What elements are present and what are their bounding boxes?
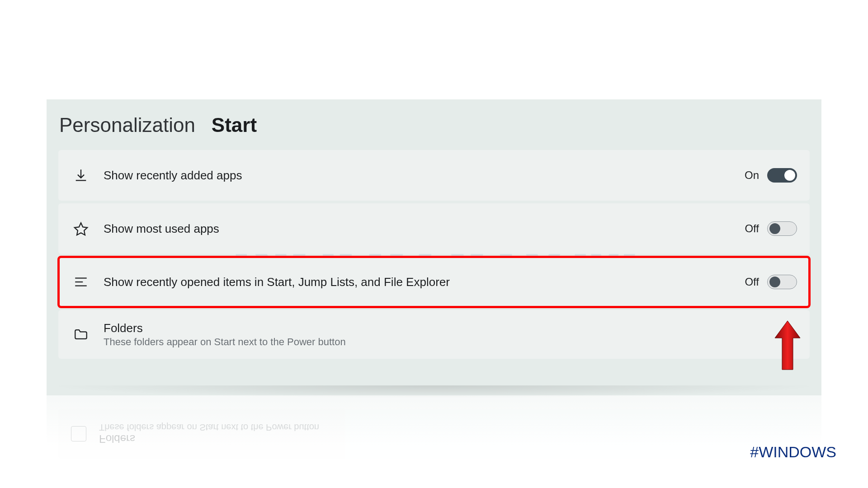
hashtag-label: #WINDOWS bbox=[750, 443, 836, 461]
setting-label: Show recently opened items in Start, Jum… bbox=[104, 275, 745, 289]
reflection-decoration: Folders These folders appear on Start ne… bbox=[47, 395, 821, 468]
toggle-recent-items[interactable] bbox=[767, 275, 797, 289]
toggle-most-used[interactable] bbox=[767, 221, 797, 236]
folder-icon bbox=[71, 324, 91, 344]
folders-subtitle: These folders appear on Start next to th… bbox=[104, 336, 784, 348]
toggle-state-text: Off bbox=[745, 222, 759, 235]
setting-label: Show most used apps bbox=[104, 222, 745, 236]
setting-row-recently-added: Show recently added apps On bbox=[58, 150, 810, 201]
chevron-right-icon bbox=[784, 328, 797, 341]
settings-list: Show recently added apps On Show most us… bbox=[47, 150, 821, 359]
svg-marker-0 bbox=[75, 223, 87, 235]
setting-label: Show recently added apps bbox=[104, 169, 745, 183]
folders-title: Folders bbox=[104, 321, 784, 335]
download-icon bbox=[71, 165, 91, 185]
settings-panel: NeuronVM Personalization Start Show rece… bbox=[47, 99, 821, 395]
toggle-state-text: On bbox=[745, 169, 759, 182]
toggle-recently-added[interactable] bbox=[767, 168, 797, 183]
breadcrumb: Personalization Start bbox=[47, 110, 821, 150]
setting-row-recent-items: Show recently opened items in Start, Jum… bbox=[58, 257, 810, 307]
setting-row-folders[interactable]: Folders These folders appear on Start ne… bbox=[58, 310, 810, 359]
star-icon bbox=[71, 219, 91, 239]
list-icon bbox=[71, 272, 91, 292]
breadcrumb-current: Start bbox=[212, 114, 257, 136]
setting-row-most-used: Show most used apps Off bbox=[58, 203, 810, 254]
toggle-state-text: Off bbox=[745, 276, 759, 288]
breadcrumb-parent[interactable]: Personalization bbox=[59, 114, 195, 136]
